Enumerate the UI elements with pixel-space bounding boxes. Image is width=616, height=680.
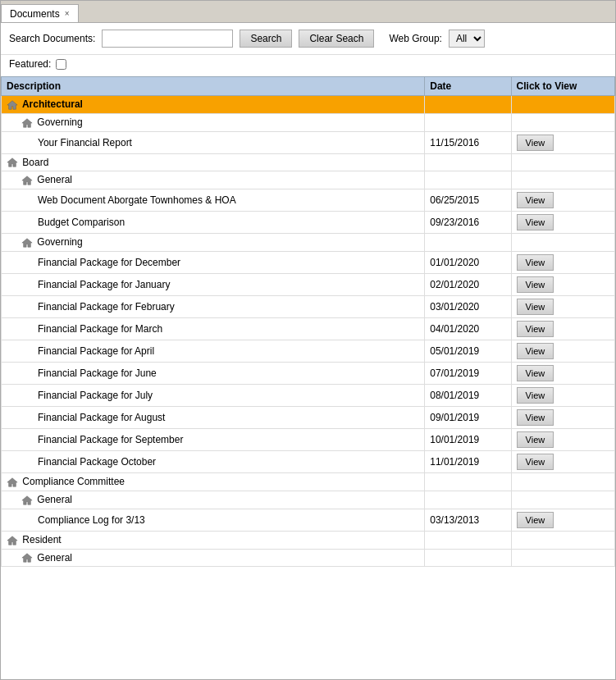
cell-description: Architectural — [2, 96, 425, 114]
svg-marker-3 — [22, 176, 32, 185]
svg-marker-5 — [7, 478, 17, 487]
table-row: Board — [2, 153, 615, 171]
cell-description: Compliance Committee — [2, 473, 425, 491]
cell-view[interactable]: View — [511, 189, 614, 212]
svg-marker-1 — [22, 118, 32, 127]
cell-view[interactable]: View — [511, 274, 614, 296]
web-group-label: Web Group: — [389, 33, 441, 44]
view-button[interactable]: View — [517, 192, 554, 208]
cell-view[interactable]: View — [511, 212, 614, 234]
col-header-click-to-view: Click to View — [511, 77, 614, 96]
cell-view[interactable]: View — [511, 509, 614, 531]
col-header-date: Date — [425, 77, 511, 96]
view-button[interactable]: View — [517, 214, 554, 230]
table-row: Financial Package for February03/01/2020… — [2, 296, 615, 318]
cell-date: 07/01/2019 — [425, 363, 511, 385]
cell-view — [511, 491, 614, 509]
table-row: Financial Package for April05/01/2019Vie… — [2, 340, 615, 363]
cell-description: Your Financial Report — [2, 131, 425, 153]
table-row: Your Financial Report11/15/2016View — [2, 131, 615, 153]
tab-close-icon[interactable]: × — [65, 9, 70, 18]
svg-marker-2 — [7, 158, 17, 167]
table-row: Resident — [2, 531, 615, 549]
cell-view[interactable]: View — [511, 318, 614, 340]
cell-description: Governing — [2, 113, 425, 131]
table-row: Financial Package for December01/01/2020… — [2, 252, 615, 274]
table-row: Financial Package October11/01/2019View — [2, 451, 615, 473]
table-row: Financial Package for July08/01/2019View — [2, 385, 615, 407]
table-row: Compliance Log for 3/1303/13/2013View — [2, 509, 615, 531]
cell-date — [425, 153, 511, 171]
view-button[interactable]: View — [517, 431, 554, 448]
cell-description: Financial Package October — [2, 451, 425, 473]
cell-view[interactable]: View — [511, 252, 614, 274]
cell-description: Financial Package for June — [2, 363, 425, 385]
table-row: Financial Package for January02/01/2020V… — [2, 274, 615, 296]
cell-date — [425, 171, 511, 189]
cell-date: 11/15/2016 — [425, 131, 511, 153]
view-button[interactable]: View — [517, 454, 554, 470]
cell-description: Financial Package for August — [2, 407, 425, 429]
table-row: Budget Comparison09/23/2016View — [2, 212, 615, 234]
view-button[interactable]: View — [517, 321, 554, 337]
view-button[interactable]: View — [517, 409, 554, 426]
table-row: Financial Package for June07/01/2019View — [2, 363, 615, 385]
cell-view[interactable]: View — [511, 407, 614, 429]
featured-row: Featured: — [1, 55, 615, 76]
cell-description: General — [2, 171, 425, 189]
table-row: Architectural — [2, 96, 615, 114]
cell-view[interactable]: View — [511, 296, 614, 318]
cell-description: Resident — [2, 531, 425, 549]
view-button[interactable]: View — [517, 299, 554, 315]
main-window: Documents × Search Documents: Search Cle… — [0, 0, 616, 680]
svg-marker-7 — [7, 536, 17, 545]
svg-marker-8 — [22, 554, 32, 563]
view-button[interactable]: View — [517, 135, 554, 151]
cell-view[interactable]: View — [511, 340, 614, 363]
documents-tab[interactable]: Documents × — [1, 4, 79, 22]
view-button[interactable]: View — [517, 512, 554, 528]
clear-search-button[interactable]: Clear Seach — [299, 30, 374, 48]
table-row: Financial Package for August09/01/2019Vi… — [2, 407, 615, 429]
table-row: General — [2, 491, 615, 509]
cell-view[interactable]: View — [511, 451, 614, 473]
cell-description: Financial Package for March — [2, 318, 425, 340]
tab-bar: Documents × — [1, 1, 615, 23]
table-row: General — [2, 171, 615, 189]
featured-checkbox[interactable] — [56, 59, 66, 70]
tab-label: Documents — [10, 8, 60, 20]
documents-table: Description Date Click to View Architect… — [1, 76, 615, 567]
cell-date: 08/01/2019 — [425, 385, 511, 407]
cell-date — [425, 473, 511, 491]
view-button[interactable]: View — [517, 254, 554, 271]
cell-description: Compliance Log for 3/13 — [2, 509, 425, 531]
cell-date — [425, 113, 511, 131]
web-group-select[interactable]: All — [449, 30, 485, 48]
cell-view[interactable]: View — [511, 131, 614, 153]
view-button[interactable]: View — [517, 276, 554, 293]
cell-description: Board — [2, 153, 425, 171]
view-button[interactable]: View — [517, 365, 554, 381]
table-row: Governing — [2, 234, 615, 252]
cell-description: Web Document Aborgate Townhomes & HOA — [2, 189, 425, 212]
view-button[interactable]: View — [517, 387, 554, 404]
table-row: Governing — [2, 113, 615, 131]
cell-view[interactable]: View — [511, 363, 614, 385]
cell-date: 01/01/2020 — [425, 252, 511, 274]
svg-marker-6 — [22, 496, 32, 505]
view-button[interactable]: View — [517, 343, 554, 359]
cell-view[interactable]: View — [511, 385, 614, 407]
cell-description: Financial Package for January — [2, 274, 425, 296]
table-row: Financial Package for March04/01/2020Vie… — [2, 318, 615, 340]
table-header-row: Description Date Click to View — [2, 77, 615, 96]
cell-date — [425, 96, 511, 114]
svg-marker-4 — [22, 239, 32, 248]
cell-date — [425, 549, 511, 567]
cell-date: 06/25/2015 — [425, 189, 511, 212]
cell-view — [511, 113, 614, 131]
cell-date — [425, 234, 511, 252]
cell-view[interactable]: View — [511, 429, 614, 451]
search-button[interactable]: Search — [240, 30, 292, 48]
search-input[interactable] — [102, 30, 233, 48]
cell-description: Governing — [2, 234, 425, 252]
